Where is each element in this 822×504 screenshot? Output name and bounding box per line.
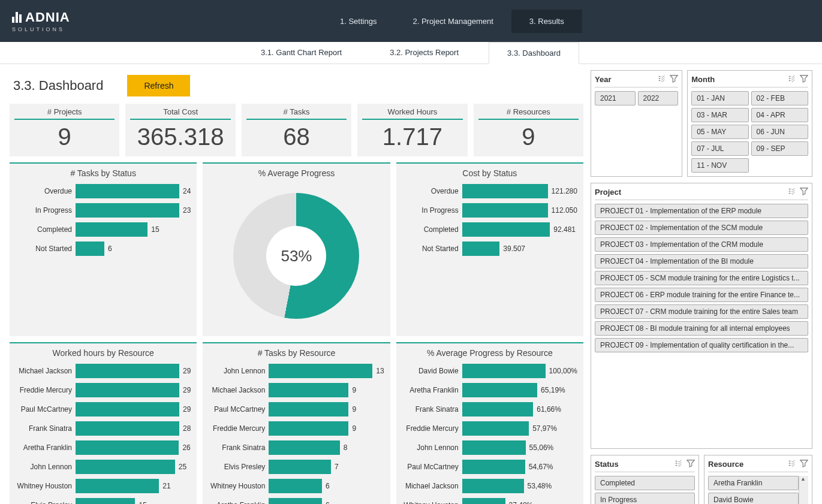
bar-label: In Progress xyxy=(16,206,76,215)
subnav-dashboard[interactable]: 3.3. Dashboard xyxy=(489,42,579,64)
bar xyxy=(269,440,339,455)
bar-row: Michael Jackson29 xyxy=(16,364,191,378)
slicer-item[interactable]: PROJECT 01 - Implementation of the ERP m… xyxy=(595,204,808,218)
bar-value: 28 xyxy=(183,424,191,433)
subnav-gantt[interactable]: 3.1. Gantt Chart Report xyxy=(243,42,360,64)
chart-cost-by-status: Cost by StatusOverdue121.280In Progress1… xyxy=(396,162,583,336)
bar-label: Paul McCartney xyxy=(209,405,269,414)
slicer-item[interactable]: 09 - SEP xyxy=(751,141,808,156)
slicer-year: Year20212022 xyxy=(591,70,682,177)
bar-row: Aretha Franklin6 xyxy=(209,498,384,504)
bar-row: David Bowie100,00% xyxy=(402,364,577,378)
filter-icon[interactable] xyxy=(800,459,808,469)
bar-value: 9 xyxy=(352,386,356,394)
bar-value: 57,97% xyxy=(532,424,557,433)
bar-row: Aretha Franklin65,19% xyxy=(402,383,577,397)
scrollbar[interactable] xyxy=(799,476,808,504)
bar-label: John Lennon xyxy=(402,443,462,452)
slicer-item[interactable]: PROJECT 06 - ERP module training for the… xyxy=(595,288,808,302)
bar-label: John Lennon xyxy=(209,367,269,375)
slicer-item[interactable]: PROJECT 08 - BI module training for all … xyxy=(595,321,808,336)
nav-settings[interactable]: 1. Settings xyxy=(322,10,395,33)
bar xyxy=(269,402,348,417)
slicer-item[interactable]: 2021 xyxy=(595,91,636,105)
kpi-row: # Projects9 Total Cost365.318 # Tasks68 … xyxy=(10,104,583,156)
slicer-item[interactable]: PROJECT 07 - CRM module training for the… xyxy=(595,304,808,319)
bar-value: 24 xyxy=(183,187,191,195)
slicer-item[interactable]: 03 - MAR xyxy=(691,108,748,122)
bar-row: Completed15 xyxy=(16,222,191,237)
bar-row: In Progress23 xyxy=(16,203,191,218)
filter-icon[interactable] xyxy=(670,74,678,84)
topbar: ADNIA SOLUTIONS 1. Settings 2. Project M… xyxy=(0,0,822,42)
slicer-item[interactable]: 11 - NOV xyxy=(691,158,748,173)
kpi-hours-label: Worked Hours xyxy=(362,107,462,120)
bar-label: Completed xyxy=(402,225,462,234)
slicer-item[interactable]: Completed xyxy=(595,476,695,490)
bar-label: Elvis Presley xyxy=(16,501,76,504)
bar-row: Whitney Houston37,40% xyxy=(402,498,577,504)
slicer-item[interactable]: David Bowie xyxy=(708,493,799,504)
bar-label: Overdue xyxy=(402,187,462,195)
slicer-item[interactable]: In Progress xyxy=(595,493,695,504)
bar-value: 121.280 xyxy=(552,187,577,195)
bar-row: Elvis Presley15 xyxy=(16,498,191,504)
slicer-item[interactable]: PROJECT 02 - Implementation of the SCM m… xyxy=(595,221,808,235)
kpi-resources: # Resources9 xyxy=(474,104,583,156)
slicer-project: ProjectPROJECT 01 - Implementation of th… xyxy=(591,183,812,449)
bar-row: John Lennon13 xyxy=(209,364,384,378)
bar-value: 25 xyxy=(179,463,186,471)
multiselect-icon[interactable] xyxy=(788,459,796,469)
bar-label: Completed xyxy=(16,225,76,234)
bar-value: 61,66% xyxy=(537,405,561,414)
nav-results[interactable]: 3. Results xyxy=(511,10,582,33)
slicer-item[interactable]: 01 - JAN xyxy=(691,91,748,105)
multiselect-icon[interactable] xyxy=(658,74,666,84)
bar-label: Elvis Presley xyxy=(209,463,269,471)
slicer-item[interactable]: 2022 xyxy=(638,91,679,105)
multiselect-icon[interactable] xyxy=(788,187,796,197)
bar-row: Michael Jackson53,48% xyxy=(402,479,577,493)
filter-icon[interactable] xyxy=(800,74,808,84)
bar-label: In Progress xyxy=(402,206,462,215)
bar-row: Frank Sinatra8 xyxy=(209,440,384,455)
filter-icon[interactable] xyxy=(686,459,695,469)
slicer-item[interactable]: 04 - APR xyxy=(751,108,808,122)
slicer-item[interactable]: PROJECT 09 - Implementation of quality c… xyxy=(595,338,808,352)
slicer-item[interactable]: PROJECT 03 - Implementation of the CRM m… xyxy=(595,237,808,252)
bar xyxy=(76,203,179,218)
bar-value: 6 xyxy=(108,245,112,253)
bar-value: 15 xyxy=(138,501,146,504)
subnav-projects[interactable]: 3.2. Projects Report xyxy=(372,42,477,64)
bar-label: Whitney Houston xyxy=(209,482,269,490)
bar-row: Aretha Franklin26 xyxy=(16,440,191,455)
slicer-item[interactable]: PROJECT 05 - SCM module training for the… xyxy=(595,271,808,285)
bar-label: Frank Sinatra xyxy=(402,405,462,414)
bar-row: John Lennon25 xyxy=(16,460,191,474)
chart-title: % Average Progress by Resource xyxy=(402,348,577,358)
bar xyxy=(76,460,175,474)
nav-project-management[interactable]: 2. Project Management xyxy=(395,10,511,33)
slicer-item[interactable]: 06 - JUN xyxy=(751,125,808,139)
multiselect-icon[interactable] xyxy=(675,459,683,469)
chart-tasks-by-status: # Tasks by StatusOverdue24In Progress23C… xyxy=(10,162,197,336)
slicer-item[interactable]: 05 - MAY xyxy=(691,125,748,139)
bar-value: 29 xyxy=(183,405,191,414)
slicer-item[interactable]: PROJECT 04 - Implementation of the BI mo… xyxy=(595,254,808,268)
bar-label: Frank Sinatra xyxy=(209,443,269,452)
bar-label: Not Started xyxy=(402,245,462,253)
filter-icon[interactable] xyxy=(800,187,808,197)
bar xyxy=(269,383,348,397)
refresh-button[interactable]: Refresh xyxy=(127,75,190,96)
bar xyxy=(462,184,548,198)
kpi-resources-label: # Resources xyxy=(478,107,579,120)
bar-row: Overdue121.280 xyxy=(402,184,577,198)
bar-row: Not Started6 xyxy=(16,242,191,256)
slicer-item[interactable]: 07 - JUL xyxy=(691,141,748,156)
slicer-month: Month01 - JAN02 - FEB03 - MAR04 - APR05 … xyxy=(687,70,812,177)
slicer-title: Resource xyxy=(708,460,743,469)
slicer-item[interactable]: 02 - FEB xyxy=(751,91,808,105)
slicer-item[interactable]: Aretha Franklin xyxy=(708,476,799,490)
donut-ring: 53% xyxy=(233,193,359,319)
multiselect-icon[interactable] xyxy=(788,74,796,84)
